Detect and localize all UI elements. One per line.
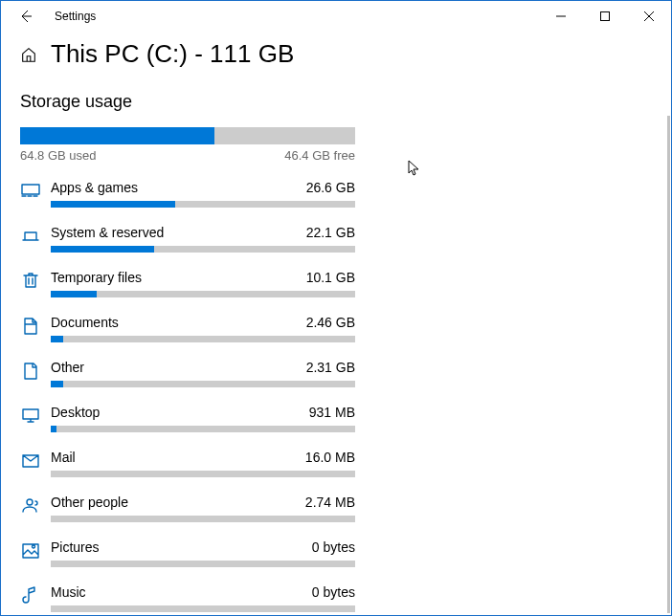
category-bar bbox=[51, 605, 355, 612]
category-size: 931 MB bbox=[309, 405, 355, 420]
close-button[interactable] bbox=[627, 1, 671, 32]
category-row[interactable]: Other people2.74 MB bbox=[20, 495, 355, 522]
free-label: 46.4 GB free bbox=[284, 148, 355, 163]
category-size: 2.31 GB bbox=[306, 360, 355, 375]
window-title: Settings bbox=[55, 10, 96, 23]
category-size: 0 bytes bbox=[312, 539, 355, 555]
category-row[interactable]: Pictures0 bytes bbox=[20, 539, 355, 567]
overall-usage-bar bbox=[20, 127, 355, 144]
apps-icon bbox=[20, 182, 41, 201]
svg-rect-0 bbox=[601, 12, 610, 21]
minimize-button[interactable] bbox=[539, 1, 583, 32]
category-bar-fill bbox=[51, 336, 63, 342]
desktop-icon bbox=[20, 407, 41, 426]
mouse-cursor bbox=[408, 160, 423, 177]
category-bar-fill bbox=[51, 291, 97, 297]
mail-icon bbox=[20, 451, 41, 471]
system-icon bbox=[20, 227, 41, 246]
category-row[interactable]: Other2.31 GB bbox=[20, 360, 355, 387]
category-bar-fill bbox=[51, 246, 154, 253]
category-row[interactable]: Documents2.46 GB bbox=[20, 315, 355, 342]
category-bar-fill bbox=[51, 381, 63, 387]
category-list: Apps & games26.6 GBSystem & reserved22.1… bbox=[20, 180, 355, 612]
category-bar bbox=[51, 516, 355, 522]
category-row[interactable]: Apps & games26.6 GB bbox=[20, 180, 355, 208]
category-row[interactable]: Temporary files10.1 GB bbox=[20, 270, 355, 297]
back-button[interactable] bbox=[9, 1, 43, 32]
category-row[interactable]: Mail16.0 MB bbox=[20, 450, 355, 477]
category-name: Desktop bbox=[51, 405, 100, 420]
category-bar bbox=[51, 381, 355, 387]
home-icon bbox=[20, 46, 37, 63]
category-size: 2.46 GB bbox=[306, 315, 355, 330]
category-bar bbox=[51, 201, 355, 208]
category-bar bbox=[51, 561, 355, 567]
music-icon bbox=[20, 586, 41, 605]
category-name: Other people bbox=[51, 495, 128, 510]
category-size: 10.1 GB bbox=[306, 270, 355, 285]
category-bar bbox=[51, 336, 355, 342]
category-bar-fill bbox=[51, 426, 56, 432]
scrollbar[interactable] bbox=[667, 116, 670, 613]
category-row[interactable]: System & reserved22.1 GB bbox=[20, 225, 355, 253]
category-bar bbox=[51, 426, 355, 432]
category-bar bbox=[51, 471, 355, 477]
section-title: Storage usage bbox=[20, 92, 355, 112]
category-size: 2.74 MB bbox=[305, 495, 355, 510]
category-bar-fill bbox=[51, 201, 175, 208]
overall-usage-fill bbox=[20, 127, 214, 144]
home-button[interactable] bbox=[20, 46, 37, 63]
category-bar bbox=[51, 246, 355, 253]
category-name: Temporary files bbox=[51, 270, 142, 285]
category-name: Documents bbox=[51, 315, 119, 330]
maximize-button[interactable] bbox=[583, 1, 627, 32]
people-icon bbox=[20, 496, 41, 516]
documents-icon bbox=[20, 317, 41, 336]
category-row[interactable]: Desktop931 MB bbox=[20, 405, 355, 432]
category-name: Apps & games bbox=[51, 180, 138, 195]
category-size: 16.0 MB bbox=[305, 450, 355, 465]
pictures-icon bbox=[20, 541, 41, 561]
trash-icon bbox=[20, 272, 41, 291]
category-size: 22.1 GB bbox=[306, 225, 355, 240]
category-size: 0 bytes bbox=[312, 584, 355, 600]
category-name: Mail bbox=[51, 450, 76, 465]
used-label: 64.8 GB used bbox=[20, 148, 97, 163]
category-bar bbox=[51, 291, 355, 297]
category-size: 26.6 GB bbox=[306, 180, 355, 195]
other-icon bbox=[20, 362, 41, 381]
category-name: System & reserved bbox=[51, 225, 164, 240]
category-name: Pictures bbox=[51, 539, 100, 555]
category-name: Music bbox=[51, 584, 86, 600]
page-title: This PC (C:) - 111 GB bbox=[51, 39, 294, 69]
category-row[interactable]: Music0 bytes bbox=[20, 584, 355, 612]
category-name: Other bbox=[51, 360, 84, 375]
